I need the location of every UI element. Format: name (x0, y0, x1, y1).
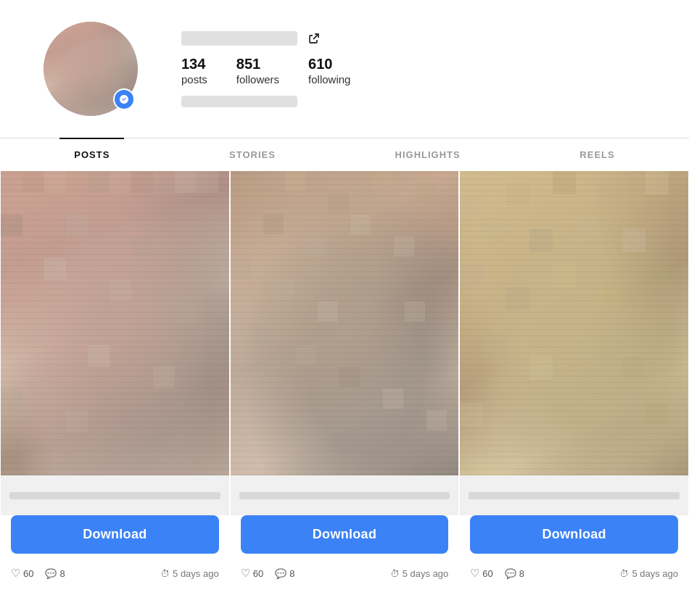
posts-grid: Download ♡ 60 💬 8 ⏱ 5 days ago (0, 170, 689, 589)
svg-rect-17 (88, 345, 110, 367)
post-time-2: ⏱ 5 days ago (390, 568, 449, 579)
post-image-2 (231, 171, 459, 475)
comments-stat-3: 💬 8 (505, 568, 524, 579)
svg-rect-9 (197, 171, 218, 193)
post-footer-2: ♡ 60 💬 8 ⏱ 5 days ago (231, 561, 459, 588)
comments-count-2: 8 (289, 568, 294, 579)
svg-rect-33 (361, 280, 381, 300)
comment-icon: 💬 (45, 568, 57, 579)
svg-rect-32 (318, 301, 338, 322)
svg-rect-53 (645, 264, 669, 287)
svg-rect-1 (22, 171, 44, 193)
svg-rect-25 (416, 182, 436, 202)
svg-rect-11 (66, 215, 88, 236)
svg-rect-28 (350, 215, 371, 235)
svg-rect-48 (622, 229, 645, 252)
svg-rect-13 (44, 258, 66, 280)
svg-rect-21 (242, 182, 262, 202)
svg-rect-56 (576, 333, 599, 357)
svg-rect-37 (339, 367, 360, 387)
download-button-1[interactable]: Download (11, 515, 219, 554)
svg-rect-51 (553, 264, 576, 287)
heart-icon: ♡ (470, 567, 479, 580)
time-ago-3: 5 days ago (632, 568, 678, 579)
svg-rect-16 (22, 323, 44, 345)
username-row (181, 30, 350, 46)
svg-rect-30 (231, 258, 251, 278)
svg-rect-3 (66, 171, 88, 193)
svg-rect-18 (153, 367, 175, 388)
svg-rect-14 (110, 280, 131, 301)
svg-rect-19 (1, 388, 22, 410)
svg-rect-23 (329, 193, 349, 213)
svg-rect-29 (394, 236, 414, 257)
likes-stat-3: ♡ 60 (470, 567, 492, 580)
tab-stories[interactable]: STORIES (215, 138, 290, 170)
meta-line (239, 492, 450, 499)
svg-rect-50 (506, 287, 529, 310)
post-meta-bar (231, 475, 459, 515)
heart-icon: ♡ (11, 567, 20, 580)
svg-rect-38 (383, 388, 403, 409)
svg-rect-31 (274, 280, 294, 300)
svg-rect-15 (175, 301, 197, 323)
clock-icon: ⏱ (390, 568, 400, 579)
following-label: following (308, 72, 350, 87)
comments-stat-2: 💬 8 (275, 568, 294, 579)
svg-rect-10 (1, 215, 22, 236)
svg-rect-20 (66, 410, 88, 432)
download-button-3[interactable]: Download (470, 515, 678, 554)
followers-count: 851 (236, 55, 260, 72)
avatar-container (44, 22, 138, 116)
comments-count-1: 8 (59, 568, 65, 579)
post-card: Download ♡ 60 💬 8 ⏱ 5 days ago (0, 170, 230, 589)
svg-rect-2 (44, 171, 66, 193)
heart-icon: ♡ (241, 567, 250, 580)
svg-rect-24 (372, 171, 392, 191)
tab-reels[interactable]: REELS (565, 138, 629, 170)
stats-row: 134 posts 851 followers 610 following (181, 55, 350, 87)
svg-rect-49 (460, 264, 483, 287)
verified-badge (113, 88, 135, 110)
post-time-3: ⏱ 5 days ago (619, 568, 678, 579)
external-link-icon[interactable] (306, 30, 322, 46)
svg-rect-0 (1, 171, 22, 193)
svg-rect-55 (529, 357, 553, 380)
post-image-1 (1, 171, 229, 475)
download-button-2[interactable]: Download (241, 515, 449, 554)
svg-rect-45 (483, 217, 506, 241)
comment-icon: 💬 (505, 568, 516, 579)
svg-rect-60 (645, 403, 669, 426)
svg-rect-35 (252, 323, 273, 344)
likes-stat-1: ♡ 60 (11, 567, 33, 580)
comments-stat-1: 💬 8 (45, 568, 65, 579)
svg-rect-36 (296, 345, 316, 365)
svg-rect-52 (599, 287, 622, 310)
followers-label: followers (236, 72, 279, 87)
post-meta-bar (460, 475, 688, 515)
svg-rect-8 (175, 171, 197, 193)
svg-rect-26 (263, 215, 284, 235)
svg-rect-22 (285, 171, 305, 191)
tab-posts[interactable]: POSTS (59, 138, 124, 170)
svg-rect-44 (645, 171, 669, 194)
svg-rect-39 (426, 410, 447, 430)
post-card: Download ♡ 60 💬 8 ⏱ 5 days ago (230, 170, 460, 589)
posts-stat: 134 posts (181, 55, 207, 87)
time-ago-1: 5 days ago (173, 568, 219, 579)
meta-line (9, 492, 220, 499)
followers-stat: 851 followers (236, 55, 279, 87)
svg-rect-40 (460, 171, 483, 194)
svg-rect-54 (483, 333, 506, 357)
time-ago-2: 5 days ago (403, 568, 449, 579)
following-stat: 610 following (308, 55, 350, 87)
svg-rect-34 (405, 301, 425, 322)
svg-rect-6 (131, 171, 153, 193)
tab-highlights[interactable]: HIGHLIGHTS (381, 138, 475, 170)
post-meta-bar (1, 475, 229, 515)
post-card: Download ♡ 60 💬 8 ⏱ 5 days ago (459, 170, 689, 589)
likes-count-3: 60 (482, 568, 492, 579)
svg-rect-43 (599, 183, 622, 206)
likes-count-2: 60 (253, 568, 263, 579)
svg-rect-58 (460, 403, 483, 426)
